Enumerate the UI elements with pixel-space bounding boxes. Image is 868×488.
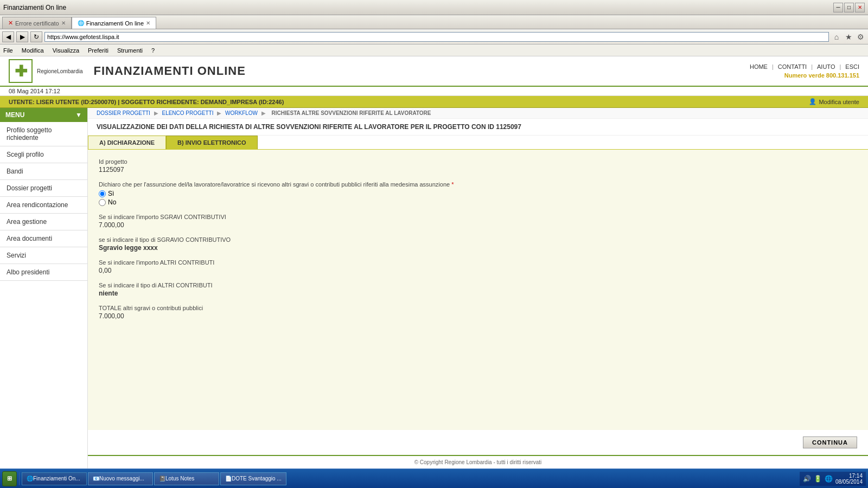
breadcrumb-sep1: ▶: [154, 110, 160, 116]
radio-no-label: No: [108, 198, 116, 206]
soggetto-value: DEMAND_IMPRESA (ID:2246): [201, 99, 284, 105]
address-bar: ◀ ▶ ↻ ⌂ ★ ⚙: [0, 29, 868, 44]
id-progetto-label: Id progetto: [99, 158, 857, 165]
menu-visualizza[interactable]: Visualizza: [53, 47, 79, 54]
refresh-button[interactable]: ↻: [30, 31, 42, 42]
address-icons: ⌂ ★ ⚙: [831, 33, 866, 41]
sidebar-menu-header[interactable]: MENU ▼: [0, 108, 87, 122]
taskbar-finanziamenti[interactable]: 🌐 Finanziamenti On...: [22, 472, 87, 485]
sidebar-item-albo[interactable]: Albo presidenti: [0, 264, 87, 281]
menu-strumenti[interactable]: Strumenti: [117, 47, 143, 54]
user-bar: UTENTE: LISER UTENTE (ID:2500070) | SOGG…: [0, 96, 868, 108]
menu-modifica[interactable]: Modifica: [22, 47, 44, 54]
utente-label: UTENTE:: [9, 99, 35, 105]
tab-error-cert[interactable]: ✕ Errore certificato ✕: [2, 17, 72, 29]
forward-button[interactable]: ▶: [16, 31, 28, 42]
header-right: HOME | CONTATTI | AIUTO | ESCI Numero ve…: [750, 63, 859, 79]
menu-preferiti[interactable]: Preferiti: [88, 47, 108, 54]
soggetto-label: SOGGETTO RICHIEDENTE:: [121, 99, 199, 105]
radio-no[interactable]: [99, 199, 106, 206]
breadcrumb-workflow[interactable]: WORKFLOW: [225, 110, 258, 116]
menu-help[interactable]: ?: [151, 47, 155, 54]
tray-icon1: 🔊: [803, 475, 812, 483]
altri-importo-value: 0,00: [99, 267, 857, 274]
altri-tipo-value: niente: [99, 290, 857, 297]
tab-finanziamenti-label: Finanziamenti On line: [86, 20, 144, 27]
minimize-btn[interactable]: ─: [833, 3, 843, 12]
nav-sep1: |: [772, 63, 774, 70]
sidebar-item-profilo[interactable]: Profilo soggetto richiedente: [0, 122, 87, 146]
nav-contatti[interactable]: CONTATTI: [778, 63, 807, 70]
taskbar-dote[interactable]: 📄 DOTE Svantaggio ...: [220, 472, 286, 485]
app-title-area: FINANZIAMENTI ONLINE: [83, 64, 750, 78]
back-button[interactable]: ◀: [2, 31, 14, 42]
maximize-btn[interactable]: □: [844, 3, 854, 12]
tab-bar: ✕ Errore certificato ✕ 🌐 Finanziamenti O…: [0, 15, 868, 29]
dichiarazione-group: Dichiaro che per l'assunzione del/la lav…: [99, 181, 857, 206]
tab-finanziamenti-close[interactable]: ✕: [146, 20, 150, 26]
tab-error-label: Errore certificato: [15, 20, 59, 27]
nav-sep2: |: [811, 63, 813, 70]
user-info: UTENTE: LISER UTENTE (ID:2500070) | SOGG…: [9, 99, 284, 105]
modifica-utente-btn[interactable]: 👤 Modifica utente: [809, 98, 859, 105]
user-icon: 👤: [809, 98, 816, 105]
breadcrumb-dossier[interactable]: DOSSIER PROGETTI: [97, 110, 150, 116]
app-container: ✚ RegioneLombardia FINANZIAMENTI ONLINE …: [0, 56, 868, 468]
window-title: Finanziamenti On line: [3, 4, 66, 11]
settings-icon[interactable]: ⚙: [855, 33, 866, 41]
tab-invio-elettronico[interactable]: B) INVIO ELETTRONICO: [166, 136, 258, 149]
nav-esci[interactable]: ESCI: [845, 63, 859, 70]
sidebar-item-gestione[interactable]: Area gestione: [0, 214, 87, 230]
favorites-icon[interactable]: ★: [843, 33, 854, 41]
nav-sep3: |: [839, 63, 841, 70]
taskbar-lotus[interactable]: 📓 Lotus Notes: [154, 472, 219, 485]
tab-finanziamenti[interactable]: 🌐 Finanziamenti On line ✕: [72, 17, 156, 29]
close-btn[interactable]: ✕: [855, 3, 865, 12]
tab-dichiarazione[interactable]: A) DICHIARAZIONE: [88, 136, 166, 149]
radio-group: Sì No: [99, 190, 857, 206]
app-footer: © Copyright Regione Lombardia - tutti i …: [88, 455, 868, 468]
radio-si[interactable]: [99, 190, 106, 197]
form-tabs: A) DICHIARAZIONE B) INVIO ELETTRONICO: [88, 136, 868, 150]
nav-aiuto[interactable]: AIUTO: [817, 63, 835, 70]
breadcrumb-elenco[interactable]: ELENCO PROGETTI: [162, 110, 213, 116]
sidebar-item-dossier[interactable]: Dossier progetti: [0, 180, 87, 197]
numero-verde: Numero verde 800.131.151: [784, 72, 859, 79]
sidebar-item-scegli[interactable]: Scegli profilo: [0, 146, 87, 163]
sidebar-item-documenti[interactable]: Area documenti: [0, 230, 87, 247]
taskbar-right: 🔊 🔋 🌐 17:14 08/05/2014: [800, 472, 866, 486]
app-header: ✚ RegioneLombardia FINANZIAMENTI ONLINE …: [0, 56, 868, 87]
sgravi-tipo-group: se si indicare il tipo di SGRAVIO CONTRI…: [99, 236, 857, 252]
button-row: CONTINUA: [88, 430, 868, 455]
clock-time: 17:14: [835, 473, 863, 479]
address-input[interactable]: [44, 32, 829, 42]
required-marker: *: [451, 181, 454, 188]
sgravi-importo-label: Se si indicare l'importo SGRAVI CONTRIBU…: [99, 214, 857, 220]
taskbar-ie-icon: 🌐: [27, 476, 33, 481]
utente-value: LISER UTENTE (ID:2500070): [36, 99, 116, 105]
breadcrumb-sep3: ▶: [261, 110, 267, 116]
system-clock: 17:14 08/05/2014: [835, 473, 863, 485]
tab-favicon-icon: 🌐: [78, 20, 84, 26]
sidebar-item-servizi[interactable]: Servizi: [0, 247, 87, 264]
totale-label: TOTALE altri sgravi o contributi pubblic…: [99, 305, 857, 311]
sidebar-item-bandi[interactable]: Bandi: [0, 163, 87, 180]
logo-cross-icon: ✚: [15, 62, 27, 80]
content-area: DOSSIER PROGETTI ▶ ELENCO PROGETTI ▶ WOR…: [88, 108, 868, 468]
start-button[interactable]: ⊞: [2, 471, 17, 486]
sgravi-importo-value: 7.000,00: [99, 221, 857, 229]
menu-file[interactable]: File: [3, 47, 13, 54]
tab-error-close[interactable]: ✕: [61, 20, 66, 26]
main-layout: MENU ▼ Profilo soggetto richiedente Sceg…: [0, 108, 868, 468]
window-controls: ─ □ ✕: [833, 3, 865, 12]
continua-button[interactable]: CONTINUA: [803, 436, 857, 448]
taskbar-lotus-icon2: 📓: [159, 476, 165, 481]
clock-date: 08/05/2014: [835, 479, 863, 485]
taskbar-messaggi[interactable]: 📧 Nuovo messaggi...: [88, 472, 153, 485]
id-progetto-value: 1125097: [99, 166, 857, 174]
menu-bar: File Modifica Visualizza Preferiti Strum…: [0, 44, 868, 56]
nav-home[interactable]: HOME: [750, 63, 768, 70]
home-icon[interactable]: ⌂: [831, 33, 842, 41]
page-title: VISUALIZZAZIONE DEI DATI DELLA RICHIESTA…: [88, 119, 868, 136]
sidebar-item-rendicontazione[interactable]: Area rendicontazione: [0, 197, 87, 214]
